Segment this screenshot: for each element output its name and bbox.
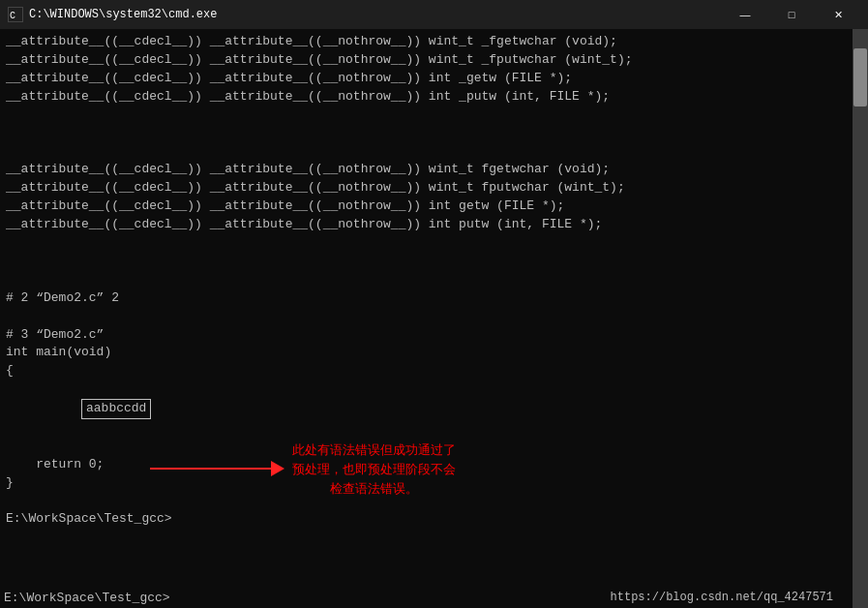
- code-line: aabbccdd: [6, 380, 847, 438]
- window-controls: — □ ✕: [723, 0, 860, 29]
- annotation-arrow-shaft: [150, 468, 274, 470]
- code-line: {: [6, 362, 847, 380]
- code-line: # 2 “Demo2.c” 2: [6, 289, 847, 308]
- code-line: # 3 “Demo2.c”: [6, 326, 847, 345]
- window-title: C:\WINDOWS\system32\cmd.exe: [29, 8, 723, 21]
- empty-line: [6, 234, 847, 253]
- scrollbar-thumb[interactable]: [853, 48, 867, 106]
- empty-line: [6, 271, 847, 289]
- annotation-text: 此处有语法错误但成功通过了 预处理，也即预处理阶段不会 检查语法错误。: [292, 441, 456, 500]
- svg-text:C: C: [10, 11, 15, 21]
- cmd-icon: C: [8, 7, 23, 22]
- prompt-line: E:\WorkSpace\Test_gcc>: [6, 510, 847, 529]
- code-line: __attribute__((__cdecl__)) __attribute__…: [6, 179, 847, 198]
- scrollbar[interactable]: [853, 29, 868, 608]
- empty-line: [6, 124, 847, 142]
- title-bar: C C:\WINDOWS\system32\cmd.exe — □ ✕: [0, 0, 868, 29]
- code-line: __attribute__((__cdecl__)) __attribute__…: [6, 198, 847, 216]
- restore-button[interactable]: □: [769, 0, 814, 29]
- empty-line: [6, 308, 847, 326]
- code-line: __attribute__((__cdecl__)) __attribute__…: [6, 51, 847, 70]
- code-line: int main(void): [6, 344, 847, 362]
- empty-line: [6, 142, 847, 161]
- code-line: __attribute__((__cdecl__)) __attribute__…: [6, 161, 847, 179]
- code-line: __attribute__((__cdecl__)) __attribute__…: [6, 88, 847, 106]
- empty-line: [6, 253, 847, 271]
- status-url: https://blog.csdn.net/qq_4247571: [611, 590, 833, 606]
- code-line: __attribute__((__cdecl__)) __attribute__…: [6, 70, 847, 88]
- code-line: __attribute__((__cdecl__)) __attribute__…: [6, 33, 847, 51]
- aabbccdd-box: aabbccdd: [81, 399, 151, 419]
- status-bar: E:\WorkSpace\Test_gcc> https://blog.csdn…: [0, 589, 837, 608]
- terminal-window: __attribute__((__cdecl__)) __attribute__…: [0, 29, 868, 608]
- prompt-text: E:\WorkSpace\Test_gcc>: [4, 590, 611, 608]
- annotation-arrowhead: [271, 461, 284, 476]
- close-button[interactable]: ✕: [816, 0, 860, 29]
- code-line: __attribute__((__cdecl__)) __attribute__…: [6, 216, 847, 234]
- terminal-content[interactable]: __attribute__((__cdecl__)) __attribute__…: [0, 29, 853, 608]
- empty-line: [6, 106, 847, 124]
- minimize-button[interactable]: —: [723, 0, 767, 29]
